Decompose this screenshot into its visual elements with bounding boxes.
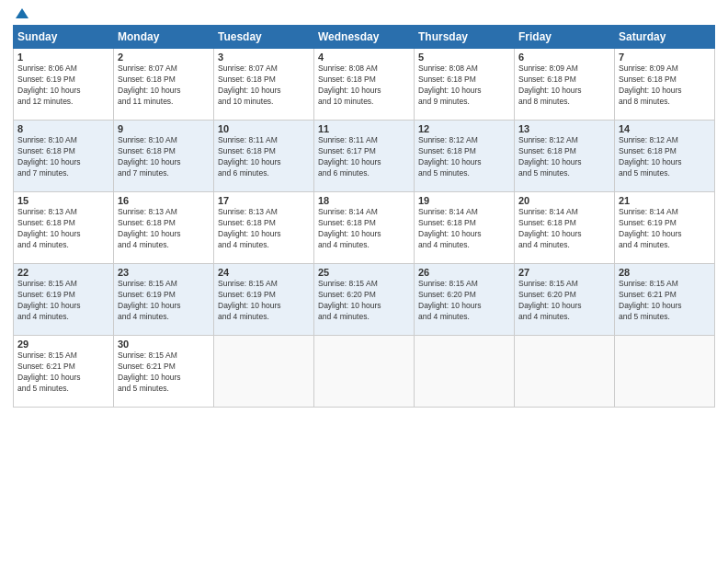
calendar-cell: 8Sunrise: 8:10 AMSunset: 6:18 PMDaylight… xyxy=(14,121,114,192)
header xyxy=(13,9,715,19)
day-info: Sunrise: 8:11 AMSunset: 6:17 PMDaylight:… xyxy=(318,135,410,179)
calendar-cell: 3Sunrise: 8:07 AMSunset: 6:18 PMDaylight… xyxy=(214,49,314,121)
day-info: Sunrise: 8:12 AMSunset: 6:18 PMDaylight:… xyxy=(518,135,610,179)
day-number: 26 xyxy=(418,267,510,278)
calendar-cell xyxy=(314,336,415,408)
day-number: 29 xyxy=(17,339,109,350)
calendar-cell xyxy=(214,336,314,408)
day-info: Sunrise: 8:15 AMSunset: 6:21 PMDaylight:… xyxy=(17,350,109,395)
calendar-cell: 4Sunrise: 8:08 AMSunset: 6:18 PMDaylight… xyxy=(314,49,415,121)
day-number: 19 xyxy=(418,195,510,206)
day-info: Sunrise: 8:14 AMSunset: 6:18 PMDaylight:… xyxy=(518,207,610,251)
calendar-cell: 10Sunrise: 8:11 AMSunset: 6:18 PMDayligh… xyxy=(214,121,314,192)
day-info: Sunrise: 8:09 AMSunset: 6:18 PMDaylight:… xyxy=(619,63,711,108)
col-header-thursday: Thursday xyxy=(415,26,515,49)
calendar-cell: 14Sunrise: 8:12 AMSunset: 6:18 PMDayligh… xyxy=(615,121,715,192)
calendar-cell: 1Sunrise: 8:06 AMSunset: 6:19 PMDaylight… xyxy=(14,49,114,121)
day-number: 23 xyxy=(118,267,210,278)
day-number: 3 xyxy=(218,52,310,63)
calendar-cell: 27Sunrise: 8:15 AMSunset: 6:20 PMDayligh… xyxy=(515,264,615,336)
calendar-cell: 28Sunrise: 8:15 AMSunset: 6:21 PMDayligh… xyxy=(615,264,715,336)
calendar-cell: 12Sunrise: 8:12 AMSunset: 6:18 PMDayligh… xyxy=(415,121,515,192)
col-header-sunday: Sunday xyxy=(14,26,114,49)
calendar-cell: 15Sunrise: 8:13 AMSunset: 6:18 PMDayligh… xyxy=(14,192,114,264)
day-info: Sunrise: 8:12 AMSunset: 6:18 PMDaylight:… xyxy=(418,135,510,179)
calendar-week-5: 29Sunrise: 8:15 AMSunset: 6:21 PMDayligh… xyxy=(14,336,715,408)
calendar-cell xyxy=(515,336,615,408)
day-info: Sunrise: 8:14 AMSunset: 6:18 PMDaylight:… xyxy=(318,207,410,251)
calendar-cell: 21Sunrise: 8:14 AMSunset: 6:19 PMDayligh… xyxy=(615,192,715,264)
calendar-cell: 25Sunrise: 8:15 AMSunset: 6:20 PMDayligh… xyxy=(314,264,415,336)
day-number: 7 xyxy=(619,52,711,63)
day-number: 5 xyxy=(418,52,510,63)
logo xyxy=(13,9,28,19)
day-info: Sunrise: 8:15 AMSunset: 6:20 PMDaylight:… xyxy=(518,279,610,323)
day-number: 6 xyxy=(518,52,610,63)
calendar-cell xyxy=(615,336,715,408)
col-header-friday: Friday xyxy=(515,26,615,49)
day-info: Sunrise: 8:15 AMSunset: 6:21 PMDaylight:… xyxy=(118,350,210,395)
day-number: 16 xyxy=(118,195,210,206)
calendar-cell: 29Sunrise: 8:15 AMSunset: 6:21 PMDayligh… xyxy=(14,336,114,408)
day-info: Sunrise: 8:09 AMSunset: 6:18 PMDaylight:… xyxy=(518,63,610,108)
day-info: Sunrise: 8:08 AMSunset: 6:18 PMDaylight:… xyxy=(318,63,410,108)
calendar-cell: 18Sunrise: 8:14 AMSunset: 6:18 PMDayligh… xyxy=(314,192,415,264)
day-number: 25 xyxy=(318,267,410,278)
day-info: Sunrise: 8:13 AMSunset: 6:18 PMDaylight:… xyxy=(118,207,210,251)
calendar-cell: 22Sunrise: 8:15 AMSunset: 6:19 PMDayligh… xyxy=(14,264,114,336)
day-info: Sunrise: 8:15 AMSunset: 6:19 PMDaylight:… xyxy=(218,279,310,323)
calendar-cell: 7Sunrise: 8:09 AMSunset: 6:18 PMDaylight… xyxy=(615,49,715,121)
day-info: Sunrise: 8:14 AMSunset: 6:19 PMDaylight:… xyxy=(619,207,711,251)
day-info: Sunrise: 8:15 AMSunset: 6:21 PMDaylight:… xyxy=(619,279,711,323)
day-number: 10 xyxy=(218,123,310,134)
day-number: 13 xyxy=(518,123,610,134)
day-number: 14 xyxy=(619,123,711,134)
day-info: Sunrise: 8:07 AMSunset: 6:18 PMDaylight:… xyxy=(118,63,210,108)
day-info: Sunrise: 8:15 AMSunset: 6:20 PMDaylight:… xyxy=(318,279,410,323)
logo-line1 xyxy=(13,9,28,19)
calendar-cell: 11Sunrise: 8:11 AMSunset: 6:17 PMDayligh… xyxy=(314,121,415,192)
calendar-week-2: 8Sunrise: 8:10 AMSunset: 6:18 PMDaylight… xyxy=(14,121,715,192)
day-info: Sunrise: 8:15 AMSunset: 6:20 PMDaylight:… xyxy=(418,279,510,323)
calendar-cell: 23Sunrise: 8:15 AMSunset: 6:19 PMDayligh… xyxy=(114,264,214,336)
day-number: 21 xyxy=(619,195,711,206)
calendar-week-4: 22Sunrise: 8:15 AMSunset: 6:19 PMDayligh… xyxy=(14,264,715,336)
day-number: 4 xyxy=(318,52,410,63)
day-info: Sunrise: 8:11 AMSunset: 6:18 PMDaylight:… xyxy=(218,135,310,179)
calendar-cell: 2Sunrise: 8:07 AMSunset: 6:18 PMDaylight… xyxy=(114,49,214,121)
calendar-cell: 30Sunrise: 8:15 AMSunset: 6:21 PMDayligh… xyxy=(114,336,214,408)
calendar-cell: 5Sunrise: 8:08 AMSunset: 6:18 PMDaylight… xyxy=(415,49,515,121)
day-info: Sunrise: 8:13 AMSunset: 6:18 PMDaylight:… xyxy=(17,207,109,251)
day-number: 1 xyxy=(17,52,109,63)
day-info: Sunrise: 8:12 AMSunset: 6:18 PMDaylight:… xyxy=(619,135,711,179)
day-number: 24 xyxy=(218,267,310,278)
day-number: 11 xyxy=(318,123,410,134)
day-number: 22 xyxy=(17,267,109,278)
day-info: Sunrise: 8:08 AMSunset: 6:18 PMDaylight:… xyxy=(418,63,510,108)
day-info: Sunrise: 8:07 AMSunset: 6:18 PMDaylight:… xyxy=(218,63,310,108)
day-info: Sunrise: 8:14 AMSunset: 6:18 PMDaylight:… xyxy=(418,207,510,251)
day-info: Sunrise: 8:13 AMSunset: 6:18 PMDaylight:… xyxy=(218,207,310,251)
day-number: 2 xyxy=(118,52,210,63)
day-info: Sunrise: 8:15 AMSunset: 6:19 PMDaylight:… xyxy=(17,279,109,323)
day-number: 17 xyxy=(218,195,310,206)
day-number: 8 xyxy=(17,123,109,134)
col-header-tuesday: Tuesday xyxy=(214,26,314,49)
calendar-cell: 9Sunrise: 8:10 AMSunset: 6:18 PMDaylight… xyxy=(114,121,214,192)
col-header-monday: Monday xyxy=(114,26,214,49)
calendar-cell: 20Sunrise: 8:14 AMSunset: 6:18 PMDayligh… xyxy=(515,192,615,264)
day-number: 9 xyxy=(118,123,210,134)
calendar-table: SundayMondayTuesdayWednesdayThursdayFrid… xyxy=(13,25,715,408)
col-header-wednesday: Wednesday xyxy=(314,26,415,49)
day-info: Sunrise: 8:15 AMSunset: 6:19 PMDaylight:… xyxy=(118,279,210,323)
day-number: 18 xyxy=(318,195,410,206)
page: SundayMondayTuesdayWednesdayThursdayFrid… xyxy=(0,0,728,563)
calendar-cell: 6Sunrise: 8:09 AMSunset: 6:18 PMDaylight… xyxy=(515,49,615,121)
day-info: Sunrise: 8:10 AMSunset: 6:18 PMDaylight:… xyxy=(17,135,109,179)
calendar-cell: 26Sunrise: 8:15 AMSunset: 6:20 PMDayligh… xyxy=(415,264,515,336)
calendar-cell: 17Sunrise: 8:13 AMSunset: 6:18 PMDayligh… xyxy=(214,192,314,264)
logo-triangle-icon xyxy=(16,8,28,18)
day-number: 30 xyxy=(118,339,210,350)
day-number: 15 xyxy=(17,195,109,206)
day-number: 27 xyxy=(518,267,610,278)
